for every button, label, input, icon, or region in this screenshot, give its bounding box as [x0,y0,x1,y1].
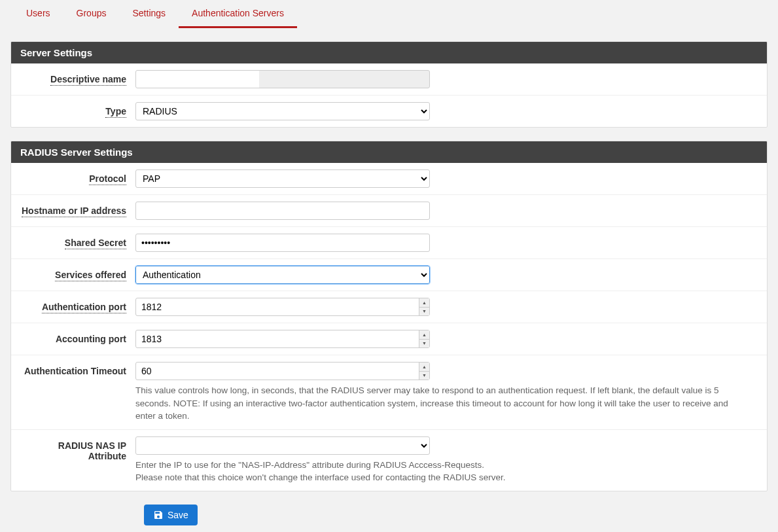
save-button[interactable]: Save [144,505,198,525]
label-services-offered: Services offered [19,266,135,280]
authentication-port-input[interactable] [135,298,430,316]
tabs-bar: Users Groups Settings Authentication Ser… [0,0,778,28]
panel-header-server-settings: Server Settings [11,42,767,63]
nas-ip-help: Enter the IP to use for the "NAS-IP-Addr… [135,459,737,484]
label-protocol: Protocol [19,169,135,184]
spinner-down-icon[interactable]: ▼ [419,340,429,348]
panel-radius-settings: RADIUS Server Settings Protocol PAP Host… [10,141,768,491]
services-offered-select[interactable]: Authentication [135,266,430,284]
panel-header-radius-settings: RADIUS Server Settings [11,141,767,163]
protocol-select[interactable]: PAP [135,169,430,188]
label-authentication-timeout: Authentication Timeout [19,362,135,376]
spinner-down-icon[interactable]: ▼ [419,308,429,316]
tab-settings[interactable]: Settings [119,0,179,28]
hostname-input[interactable] [135,202,430,220]
descriptive-name-input[interactable] [135,70,430,88]
spinner-up-icon[interactable]: ▲ [419,363,429,372]
label-accounting-port: Accounting port [19,330,135,344]
spinner-up-icon[interactable]: ▲ [419,298,429,308]
label-type: Type [19,102,135,116]
nas-ip-select[interactable] [135,436,430,455]
type-select[interactable]: RADIUS [135,102,430,120]
label-authentication-port: Authentication port [19,298,135,312]
label-descriptive-name: Descriptive name [19,70,135,84]
save-icon [153,510,164,520]
acct-port-spinners[interactable]: ▲ ▼ [419,330,429,347]
save-button-label: Save [168,510,188,520]
tab-authentication-servers[interactable]: Authentication Servers [179,0,297,28]
panel-server-settings: Server Settings Descriptive name Type RA… [10,41,768,128]
spinner-down-icon[interactable]: ▼ [419,372,429,380]
label-shared-secret: Shared Secret [19,234,135,248]
accounting-port-input[interactable] [135,330,430,348]
shared-secret-input[interactable] [135,234,430,252]
spinner-up-icon[interactable]: ▲ [419,330,429,340]
label-nas-ip: RADIUS NAS IP Attribute [19,436,135,461]
label-hostname: Hostname or IP address [19,202,135,216]
timeout-spinners[interactable]: ▲ ▼ [419,363,429,380]
authentication-timeout-input[interactable] [135,362,430,380]
authentication-timeout-help: This value controls how long, in seconds… [135,384,737,423]
auth-port-spinners[interactable]: ▲ ▼ [419,298,429,315]
tab-groups[interactable]: Groups [63,0,120,28]
tab-users[interactable]: Users [13,0,63,28]
